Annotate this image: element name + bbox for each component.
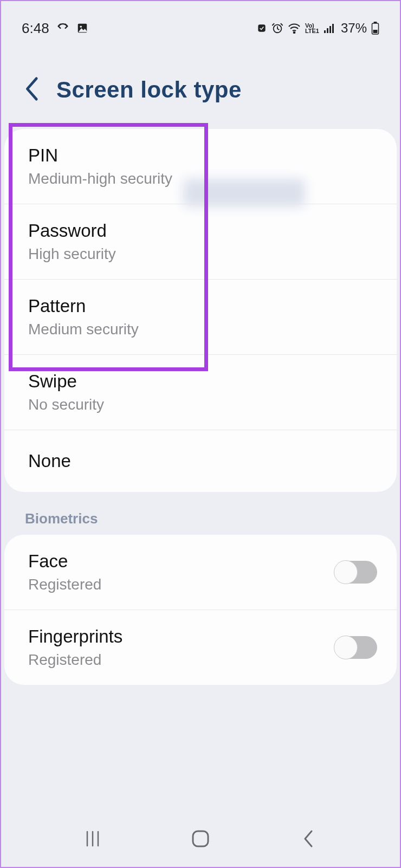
biometrics-card: Face Registered Fingerprints Registered bbox=[4, 535, 397, 685]
page-header: Screen lock type bbox=[1, 39, 400, 129]
svg-rect-15 bbox=[193, 831, 208, 846]
lock-option-sub: Medium-high security bbox=[28, 170, 373, 187]
status-bar: 6:48 bbox=[1, 1, 400, 39]
lock-option-sub: Medium security bbox=[28, 321, 373, 338]
svg-point-4 bbox=[294, 32, 295, 34]
svg-point-1 bbox=[80, 25, 82, 28]
lock-option-password[interactable]: Password High security bbox=[4, 204, 397, 280]
svg-rect-8 bbox=[332, 24, 334, 33]
lock-option-title: None bbox=[28, 451, 373, 471]
lock-option-swipe[interactable]: Swipe No security bbox=[4, 355, 397, 430]
status-time: 6:48 bbox=[22, 20, 49, 37]
battery-icon bbox=[371, 22, 379, 35]
nav-back-icon[interactable] bbox=[292, 826, 325, 852]
missed-call-icon bbox=[57, 22, 69, 34]
battery-percent: 37% bbox=[341, 21, 367, 36]
page-title: Screen lock type bbox=[56, 77, 242, 103]
svg-rect-5 bbox=[324, 30, 326, 33]
lock-option-title: PIN bbox=[28, 145, 373, 166]
signal-icon bbox=[324, 23, 335, 34]
lock-types-card: PIN Medium-high security Password High s… bbox=[4, 129, 397, 492]
svg-rect-6 bbox=[327, 28, 328, 33]
picture-icon bbox=[76, 22, 88, 34]
section-label-biometrics: Biometrics bbox=[1, 492, 400, 535]
biometric-sub: Registered bbox=[28, 576, 101, 593]
biometric-title: Face bbox=[28, 551, 101, 572]
wifi-icon bbox=[288, 23, 301, 34]
lock-option-none[interactable]: None bbox=[4, 430, 397, 492]
lock-option-pin[interactable]: PIN Medium-high security bbox=[4, 129, 397, 204]
alarm-icon bbox=[271, 22, 283, 34]
navigation-bar bbox=[1, 826, 400, 852]
svg-rect-11 bbox=[373, 30, 378, 33]
biometric-face[interactable]: Face Registered bbox=[4, 535, 397, 610]
lock-option-pattern[interactable]: Pattern Medium security bbox=[4, 280, 397, 355]
biometric-fingerprints[interactable]: Fingerprints Registered bbox=[4, 610, 397, 685]
toggle-fingerprints[interactable] bbox=[335, 636, 377, 659]
back-icon[interactable] bbox=[24, 76, 41, 104]
svg-rect-7 bbox=[329, 26, 331, 33]
svg-rect-2 bbox=[258, 24, 265, 31]
nav-recents-icon[interactable] bbox=[76, 826, 109, 852]
biometric-title: Fingerprints bbox=[28, 626, 122, 647]
recycle-icon bbox=[256, 23, 267, 34]
toggle-face[interactable] bbox=[335, 561, 377, 584]
lock-option-sub: High security bbox=[28, 245, 373, 263]
lock-option-title: Password bbox=[28, 221, 373, 241]
lock-option-title: Swipe bbox=[28, 371, 373, 392]
nav-home-icon[interactable] bbox=[184, 826, 217, 852]
lock-option-title: Pattern bbox=[28, 296, 373, 316]
biometric-sub: Registered bbox=[28, 651, 122, 669]
volte-icon: Vo)LTE1 bbox=[305, 23, 319, 34]
lock-option-sub: No security bbox=[28, 396, 373, 413]
